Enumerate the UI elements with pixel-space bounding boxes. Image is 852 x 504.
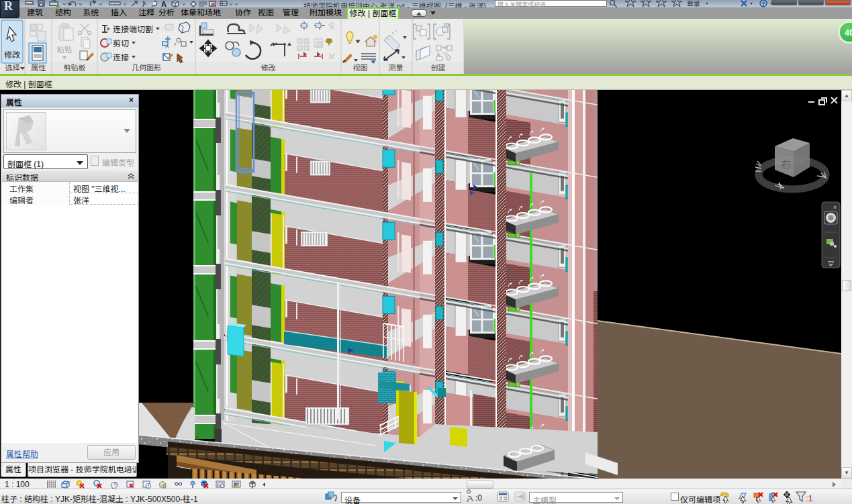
svg-text:A: A bbox=[161, 0, 167, 7]
svg-text:登录: 登录 bbox=[687, 0, 700, 7]
svg-text:粘贴: 粘贴 bbox=[57, 46, 72, 54]
svg-text:剪切: 剪切 bbox=[113, 39, 129, 48]
svg-text:修改: 修改 bbox=[261, 64, 275, 72]
svg-text:?: ? bbox=[761, 1, 765, 7]
svg-text:右: 右 bbox=[781, 156, 791, 170]
svg-text:选择: 选择 bbox=[5, 64, 19, 72]
svg-text:剪贴板: 剪贴板 bbox=[63, 64, 85, 72]
svg-text:几何图形: 几何图形 bbox=[132, 64, 161, 72]
svg-text:视图: 视图 bbox=[352, 64, 367, 72]
svg-text:东: 东 bbox=[803, 157, 811, 168]
svg-text:连接: 连接 bbox=[113, 53, 129, 62]
svg-text:测量: 测量 bbox=[388, 64, 403, 72]
svg-text:×: × bbox=[833, 204, 837, 211]
svg-text:修改: 修改 bbox=[4, 50, 20, 60]
svg-text::0: :0 bbox=[475, 493, 482, 503]
svg-text:属性: 属性 bbox=[31, 64, 46, 72]
svg-text:创建: 创建 bbox=[430, 64, 445, 72]
svg-text::1: :1 bbox=[806, 493, 813, 503]
svg-text:连接端切割: 连接端切割 bbox=[113, 25, 153, 34]
